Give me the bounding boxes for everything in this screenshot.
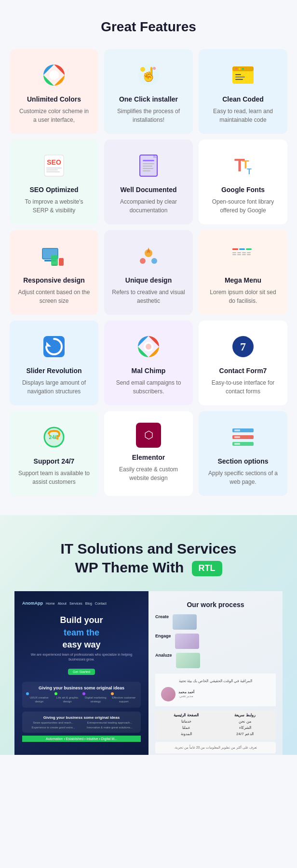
contact-form7-desc: Easy-to-use interface for contact forms: [206, 378, 280, 396]
svg-rect-44: [232, 254, 236, 255]
svg-point-36: [140, 258, 146, 264]
svg-rect-23: [143, 166, 152, 167]
feature-card-mal-chimp: Mal ChimpSend email campaigns to subscri…: [104, 321, 193, 405]
giving-section: Giving your business some original ideas…: [22, 682, 141, 708]
well-documented-title: Well Documented: [120, 186, 176, 194]
svg-rect-45: [237, 252, 241, 253]
mal-chimp-title: Mal Chimp: [132, 367, 166, 375]
support-247-title: Support 24/7: [34, 457, 75, 465]
hero-headline2: team the: [22, 628, 141, 638]
svg-rect-64: [234, 429, 240, 431]
section-options-title: Section options: [218, 457, 269, 465]
mal-chimp-desc: Send email campaigns to subscribers.: [112, 378, 185, 396]
arabic-text1: المراقبة في الوقت الحقيقي الخاص بك بيئة …: [161, 678, 270, 684]
unique-design-title: Unique design: [125, 276, 172, 284]
rtl-images: AnomApp Home About Services Blog Contact…: [14, 591, 283, 755]
one-click-installer-title: One Click installer: [119, 95, 178, 103]
google-fonts-icon: T T T: [229, 151, 257, 180]
feature-card-slider-revolution: Slider RevolutionDisplays large amount o…: [10, 321, 98, 405]
section-options-desc: Apply specific sections of a web page.: [206, 469, 280, 486]
person-info: أحمد محمد مدير تقني: [178, 690, 194, 698]
responsive-design-icon: [40, 242, 68, 271]
svg-rect-48: [242, 254, 246, 255]
nav-links: Home About Services Blog Contact: [46, 602, 107, 605]
svg-rect-66: [234, 443, 240, 445]
feature-card-one-click-installer: ☝ One Click installerSimplifies the proc…: [104, 49, 193, 134]
arabic-person: أحمد محمد مدير تقني: [161, 687, 270, 701]
mal-chimp-icon: [134, 332, 163, 361]
slider-revolution-desc: Displays large amount of navigation stru…: [17, 378, 91, 396]
svg-rect-40: [232, 248, 238, 250]
svg-rect-50: [247, 254, 251, 255]
svg-text:SEO: SEO: [47, 158, 61, 166]
section-title: Great Features: [10, 19, 287, 35]
svg-rect-25: [143, 170, 150, 171]
rtl-section: IT Solutions and Services WP Theme With …: [0, 515, 297, 755]
google-fonts-desc: Open-source font library offered by Goog…: [206, 197, 280, 215]
giving-item-4: Effective customer support: [111, 692, 137, 704]
support-247-icon: 24/7: [40, 423, 68, 452]
svg-rect-18: [46, 171, 60, 172]
svg-rect-34: [59, 258, 64, 266]
rtl-badge: RTL: [192, 561, 222, 576]
responsive-design-title: Responsive design: [23, 276, 85, 284]
clean-coded-title: Clean Coded: [222, 95, 264, 103]
elementor-desc: Easily create & custom website design: [112, 465, 185, 482]
svg-point-9: [239, 68, 241, 70]
svg-rect-47: [242, 252, 246, 253]
elementor-icon: ⬡: [136, 423, 161, 448]
unique-design-icon: [134, 242, 163, 271]
giving-item-3: Digital marketing strategy: [82, 692, 109, 704]
svg-point-55: [146, 344, 151, 350]
unlimited-colors-desc: Customize color scheme in a user interfa…: [17, 107, 91, 124]
feature-card-mega-menu: Mega MenuLorem ipsum dolor sit sed do fa…: [199, 230, 287, 315]
responsive-design-desc: Adjust content based on the screen size: [17, 288, 91, 305]
svg-rect-42: [246, 248, 252, 250]
clean-coded-icon: [229, 61, 257, 90]
feature-card-unlimited-colors: Unlimited ColorsCustomize color scheme i…: [10, 49, 98, 134]
hero-btn[interactable]: Get Started: [68, 669, 95, 675]
unique-design-desc: Refers to creative and visual aesthetic: [112, 288, 185, 305]
seo-optimized-icon: SEO: [40, 151, 68, 180]
person-avatar: [161, 687, 176, 701]
svg-rect-22: [143, 163, 154, 164]
svg-rect-41: [239, 248, 245, 250]
arabic-bottom-text: تعرف على أكثر من تطوير المعلومات من 20 ع…: [158, 745, 273, 750]
svg-rect-65: [234, 436, 240, 438]
seo-optimized-desc: To improve a website's SERP & visibility: [17, 197, 91, 215]
nav-logo: AnomApp: [22, 601, 43, 606]
right-title: Our work process: [155, 601, 276, 609]
feature-card-section-options: Section optionsApply specific sections o…: [199, 411, 287, 496]
svg-point-4: [140, 67, 145, 72]
feature-card-google-fonts: T T T Google FontsOpen-source font libra…: [199, 140, 287, 224]
svg-point-1: [49, 70, 59, 80]
rtl-title-line2: WP Theme With: [75, 559, 184, 575]
slider-revolution-title: Slider Revolution: [26, 367, 81, 375]
feature-card-contact-form7: 7 Contact Form7Easy-to-use interface for…: [199, 321, 287, 405]
rtl-title-line1: IT Solutions and Services: [60, 541, 236, 557]
svg-rect-33: [52, 265, 57, 266]
well-documented-icon: [134, 151, 163, 180]
svg-point-8: [235, 68, 237, 70]
svg-rect-24: [143, 168, 153, 169]
svg-rect-11: [235, 74, 241, 75]
hero-headline1: Build your: [22, 615, 141, 626]
elementor-title: Elementor: [132, 453, 165, 461]
feature-card-unique-design: Unique designRefers to creative and visu…: [104, 230, 193, 315]
mega-menu-title: Mega Menu: [225, 276, 261, 284]
slider-revolution-icon: [40, 332, 68, 361]
arabic-col2-title: روابط سريعة: [217, 713, 273, 717]
one-click-installer-desc: Simplifies the process of installations!: [112, 107, 185, 124]
features-grid: Unlimited ColorsCustomize color scheme i…: [10, 49, 287, 496]
contact-form7-icon: 7: [229, 332, 257, 361]
giving-title: Giving your business some original ideas: [26, 686, 137, 690]
svg-rect-21: [143, 160, 154, 161]
svg-rect-12: [235, 77, 245, 78]
svg-rect-46: [237, 254, 241, 255]
svg-text:T: T: [247, 168, 252, 176]
svg-point-10: [242, 68, 244, 70]
hero-headline3: easy way: [22, 640, 141, 650]
process-step-3: Analuze: [155, 653, 276, 668]
rtl-left-preview: AnomApp Home About Services Blog Contact…: [14, 591, 148, 755]
svg-rect-17: [46, 169, 58, 170]
